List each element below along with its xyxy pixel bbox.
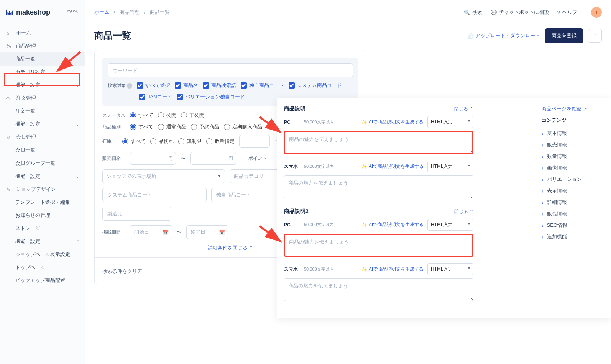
- search-icon: 🔍: [464, 10, 470, 15]
- anchor-link[interactable]: ↓販促情報: [542, 208, 604, 220]
- breadcrumb-home[interactable]: ホーム: [94, 9, 109, 15]
- chk-jan[interactable]: JANコード: [139, 93, 172, 100]
- sparkle-icon: ✨: [361, 222, 367, 228]
- html-select[interactable]: HTML入力: [427, 161, 473, 172]
- desc2-sp-textarea[interactable]: [284, 278, 473, 301]
- nav-member-group[interactable]: 会員グループ一覧: [0, 157, 85, 170]
- chk-term[interactable]: 商品検索語: [203, 82, 236, 89]
- breadcrumb-p1: 商品管理: [120, 9, 140, 15]
- ai-generate[interactable]: ✨AIで商品説明文を生成する: [361, 119, 424, 125]
- start-date[interactable]: 開始日📅: [130, 225, 172, 239]
- anchor-link[interactable]: ↓画像情報: [542, 162, 604, 174]
- sec1-close[interactable]: 閉じる ⌃: [454, 106, 473, 112]
- panel-main: 商品説明閉じる ⌃ PC 50,000文字以内 ✨AIで商品説明文を生成する H…: [277, 98, 480, 318]
- sidebar: makeshop byGMO ⌂ホーム 🛍商品管理 商品一覧 カテゴリ設定 機能…: [0, 0, 85, 364]
- nav-orders[interactable]: ◇注文管理: [0, 92, 85, 105]
- desc2-pc-textarea[interactable]: [284, 234, 473, 257]
- status-all[interactable]: すべて: [130, 112, 153, 119]
- register-button[interactable]: 商品を登録: [545, 28, 583, 43]
- nav-page-display[interactable]: ショップページ表示設定: [0, 248, 85, 261]
- ai-generate[interactable]: ✨AIで商品説明文を生成する: [361, 163, 424, 170]
- desc1-sp-textarea[interactable]: [284, 175, 473, 198]
- anchor-link[interactable]: ↓SEO情報: [542, 220, 604, 231]
- keyword-input[interactable]: [108, 63, 353, 77]
- nav-func3[interactable]: 機能・設定⌄: [0, 170, 85, 183]
- stock-all[interactable]: すべて: [122, 138, 146, 145]
- nav-func4[interactable]: 機能・設定⌃: [0, 235, 85, 248]
- type-subs[interactable]: 定期購入商品: [224, 123, 262, 130]
- chevron-up-icon: ⌃: [470, 106, 473, 111]
- chevron-up-icon: ⌃: [76, 239, 79, 244]
- nav-func2[interactable]: 機能・設定⌄: [0, 118, 85, 131]
- sec2-close[interactable]: 閉じる ⌃: [454, 208, 473, 215]
- nav-home[interactable]: ⌂ホーム: [0, 26, 85, 39]
- anchor-link[interactable]: ↓販売情報: [542, 139, 604, 151]
- ai-generate[interactable]: ✨AIで商品説明文を生成する: [361, 221, 424, 228]
- stock-unlimited[interactable]: 無制限: [178, 138, 202, 145]
- clear-filters[interactable]: 検索条件をクリア: [102, 268, 142, 275]
- maker-input[interactable]: [102, 207, 171, 221]
- anchor-link[interactable]: ↓基本情報: [542, 128, 604, 139]
- topbar-help[interactable]: ?ヘルプ⌄: [557, 9, 583, 16]
- desc1-pc-textarea[interactable]: [284, 131, 473, 154]
- palette-icon: ✎: [6, 187, 12, 192]
- status-private[interactable]: 非公開: [181, 112, 204, 119]
- ai-generate[interactable]: ✨AIで商品説明文を生成する: [361, 266, 424, 272]
- chk-all[interactable]: すべて選択: [137, 82, 170, 89]
- page-header: 商品一覧 📄アップロード・ダウンロード 商品を登録 ⋮: [94, 28, 602, 43]
- nav-products[interactable]: 🛍商品管理: [0, 39, 85, 52]
- status-public[interactable]: 公開: [158, 112, 176, 119]
- file-icon: 📄: [467, 33, 473, 39]
- display-select[interactable]: ショップでの表示場所: [102, 169, 225, 183]
- topbar-search[interactable]: 🔍検索: [464, 9, 482, 16]
- period-label: 掲載期間: [102, 229, 125, 236]
- topbar-chatbot[interactable]: 💬チャットボットに相談: [491, 9, 549, 16]
- nav-members[interactable]: ☺会員管理: [0, 131, 85, 144]
- nav-storage[interactable]: ストレージ: [0, 222, 85, 235]
- nav-order-list[interactable]: 注文一覧: [0, 105, 85, 118]
- anchor-link[interactable]: ↓表示情報: [542, 185, 604, 197]
- nav-member-list[interactable]: 会員一覧: [0, 144, 85, 157]
- chevron-down-icon: ⌄: [76, 83, 79, 88]
- arrow-down-icon: ↓: [542, 200, 544, 205]
- check-page-link[interactable]: 商品ページを確認 ↗: [542, 105, 604, 112]
- chk-name[interactable]: 商品名: [175, 82, 198, 89]
- help-icon[interactable]: ?: [127, 83, 132, 89]
- type-reserve[interactable]: 予約商品: [191, 123, 219, 130]
- stock-qty-from[interactable]: [239, 135, 270, 148]
- anchor-link[interactable]: ↓数量情報: [542, 151, 604, 162]
- sidebar-collapse-icon[interactable]: [73, 8, 81, 16]
- nav-top-page[interactable]: トップページ: [0, 261, 85, 274]
- end-date[interactable]: 終了日📅: [186, 225, 228, 239]
- html-select[interactable]: HTML入力: [427, 116, 473, 128]
- nav-func1[interactable]: 機能・設定⌄: [0, 79, 85, 92]
- home-icon: ⌂: [6, 30, 12, 36]
- html-select[interactable]: HTML入力: [427, 263, 473, 275]
- nav-category[interactable]: カテゴリ設定: [0, 66, 85, 79]
- pc-label: PC: [284, 120, 300, 125]
- type-normal[interactable]: 通常商品: [158, 123, 186, 130]
- html-select[interactable]: HTML入力: [427, 219, 473, 231]
- avatar[interactable]: I: [591, 7, 602, 18]
- nav-design[interactable]: ✎ショップデザイン: [0, 183, 85, 196]
- nav-news[interactable]: お知らせの管理: [0, 209, 85, 222]
- nav-template[interactable]: テンプレート選択・編集: [0, 196, 85, 209]
- anchor-link[interactable]: ↓追加機能: [542, 231, 604, 243]
- anchor-link[interactable]: ↓詳細情報: [542, 197, 604, 208]
- nav-product-list[interactable]: 商品一覧: [0, 52, 85, 66]
- arrow-down-icon: ↓: [542, 166, 544, 170]
- upload-download-link[interactable]: 📄アップロード・ダウンロード: [467, 32, 540, 39]
- stock-qty[interactable]: 数量指定: [206, 138, 235, 145]
- anchor-link[interactable]: ↓バリエーション: [542, 174, 604, 185]
- stock-out[interactable]: 品切れ: [150, 138, 174, 145]
- syscode-input[interactable]: [102, 188, 207, 202]
- chk-owncode[interactable]: 独自商品コード: [241, 82, 284, 89]
- chk-syscode[interactable]: システム商品コード: [289, 82, 342, 89]
- chk-varcode[interactable]: バリエーション独自コード: [177, 93, 245, 100]
- type-label: 商品種別: [102, 124, 125, 130]
- arrow-down-icon: ↓: [542, 131, 544, 136]
- more-button[interactable]: ⋮: [588, 29, 602, 43]
- type-all[interactable]: すべて: [130, 123, 153, 130]
- sec1-title: 商品説明: [284, 105, 306, 112]
- nav-pickup[interactable]: ピックアップ商品配置: [0, 274, 85, 287]
